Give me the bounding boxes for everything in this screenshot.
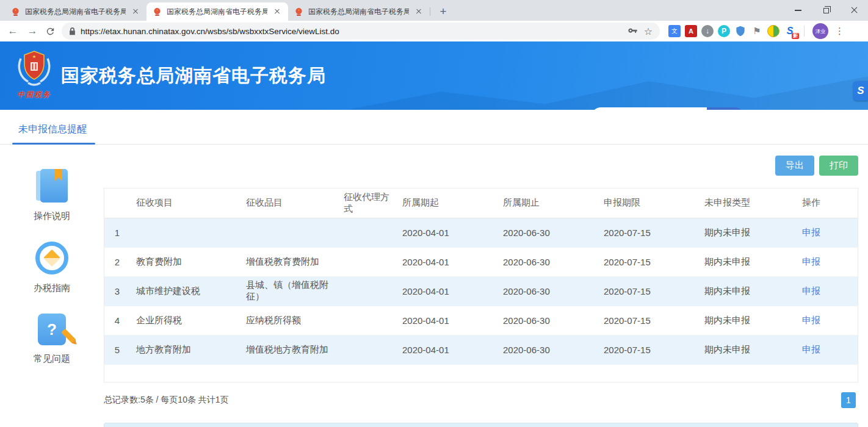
export-button[interactable]: 导出 bbox=[775, 156, 814, 176]
url-text: https://etax.hunan.chinatax.gov.cn/wsbs/… bbox=[81, 27, 623, 36]
row-number: 1 bbox=[104, 218, 130, 247]
tab-title: 国家税务总局湖南省电子税务局 bbox=[167, 7, 267, 17]
undeclared-table: 征收项目 征收品目 征收代理方式 所属期起 所属期止 申报期限 未申报类型 操作… bbox=[104, 188, 858, 365]
cell-levy-item: 企业所得税 bbox=[130, 306, 240, 335]
cell-levy-category: 县城、镇（增值税附征） bbox=[240, 276, 338, 306]
browser-tab-2-active[interactable]: 国家税务总局湖南省电子税务局 bbox=[146, 2, 288, 21]
s-extension-icon[interactable]: S新 bbox=[784, 25, 796, 37]
browser-tab-bar: 国家税务总局湖南省电子税务局 国家税务总局湖南省电子税务局 国家税务总局湖南省电… bbox=[0, 0, 868, 21]
col-levy-item: 征收项目 bbox=[130, 188, 240, 218]
cell-deadline: 2020-07-15 bbox=[598, 335, 698, 364]
table-row: 3 城市维护建设税 县城、镇（增值税附征） 2020-04-01 2020-06… bbox=[104, 276, 858, 306]
extensions-row: 文 A ↓ P ⚑ S新 泽业 ⋮ bbox=[668, 23, 844, 39]
cell-period-start: 2020-04-01 bbox=[396, 247, 497, 276]
tab-close-icon[interactable] bbox=[414, 7, 424, 16]
browser-tab-1[interactable]: 国家税务总局湖南省电子税务局 bbox=[5, 2, 146, 21]
tax-favicon bbox=[294, 7, 303, 16]
declare-link[interactable]: 申报 bbox=[802, 344, 820, 354]
profile-avatar[interactable]: 泽业 bbox=[812, 23, 828, 39]
browser-tab-3[interactable]: 国家税务总局湖南省电子税务局 bbox=[288, 2, 430, 21]
omnibox-actions: ☆ bbox=[627, 26, 653, 37]
cell-period-end: 2020-06-30 bbox=[497, 276, 598, 306]
site-header: 中国税务 国家税务总局湖南省电子税务局 搜索 欢迎，杨泽业 | 退出 S bbox=[0, 41, 868, 110]
cell-levy-item: 教育费附加 bbox=[130, 247, 240, 276]
page-1-button[interactable]: 1 bbox=[841, 392, 856, 408]
tab-title: 国家税务总局湖南省电子税务局 bbox=[25, 7, 126, 17]
forward-button[interactable]: → bbox=[26, 25, 39, 37]
toolbar: 导出 打印 bbox=[104, 156, 858, 176]
question-icon: ? bbox=[38, 314, 66, 345]
col-period-end: 所属期止 bbox=[497, 188, 598, 218]
cell-undeclared-type: 期内未申报 bbox=[698, 218, 796, 247]
cell-levy-item: 地方教育附加 bbox=[130, 335, 240, 364]
cell-period-end: 2020-06-30 bbox=[497, 335, 598, 364]
browser-address-bar: ← → https://etax.hunan.chinatax.gov.cn/w… bbox=[0, 21, 868, 41]
tax-bureau-logo: 中国税务 bbox=[13, 46, 55, 100]
sidebar-item-label: 操作说明 bbox=[34, 210, 70, 222]
key-icon[interactable] bbox=[627, 26, 638, 37]
declare-link[interactable]: 申报 bbox=[802, 227, 820, 237]
tab-close-icon[interactable] bbox=[272, 7, 282, 16]
new-badge: 新 bbox=[792, 33, 799, 39]
sidebar-item-label: 常见问题 bbox=[34, 353, 70, 365]
floating-extension-badge[interactable]: S bbox=[853, 81, 868, 101]
back-button[interactable]: ← bbox=[6, 25, 20, 37]
cell-undeclared-type: 期内未申报 bbox=[698, 247, 796, 276]
new-tab-button[interactable]: + bbox=[435, 3, 452, 20]
col-undeclared-type: 未申报类型 bbox=[698, 188, 796, 218]
tab-close-icon[interactable] bbox=[131, 7, 140, 16]
cell-levy-item bbox=[130, 218, 240, 247]
bookmark-star-icon[interactable]: ☆ bbox=[644, 26, 653, 37]
cell-undeclared-type: 期内未申报 bbox=[698, 335, 796, 364]
col-levy-category: 征收品目 bbox=[240, 188, 338, 218]
minimize-button[interactable] bbox=[784, 0, 812, 21]
declare-link[interactable]: 申报 bbox=[802, 315, 820, 325]
cell-action: 申报 bbox=[796, 335, 858, 364]
cell-period-start: 2020-04-01 bbox=[396, 335, 497, 364]
tax-favicon bbox=[153, 7, 162, 16]
cell-agency-mode bbox=[338, 335, 396, 364]
cell-undeclared-type: 期内未申报 bbox=[698, 276, 796, 306]
col-action: 操作 bbox=[796, 188, 858, 218]
translate-icon[interactable]: 文 bbox=[668, 25, 681, 37]
reload-button[interactable] bbox=[45, 26, 56, 37]
cell-action: 申报 bbox=[796, 218, 858, 247]
sidebar-item-label: 办税指南 bbox=[34, 282, 70, 294]
sidebar-item-tax-guide[interactable]: 办税指南 bbox=[34, 242, 70, 294]
declare-link[interactable]: 申报 bbox=[802, 285, 820, 296]
url-field[interactable]: https://etax.hunan.chinatax.gov.cn/wsbs/… bbox=[62, 23, 660, 40]
pdf-icon[interactable]: A bbox=[685, 25, 697, 37]
declare-link[interactable]: 申报 bbox=[802, 256, 820, 267]
p-extension-icon[interactable]: P bbox=[718, 25, 730, 37]
green-extension-icon[interactable] bbox=[767, 25, 779, 37]
table-row: 4 企业所得税 应纳税所得额 2020-04-01 2020-06-30 202… bbox=[104, 306, 858, 335]
page-tabs: 未申报信息提醒 bbox=[0, 110, 868, 145]
download-icon[interactable]: ↓ bbox=[701, 25, 714, 37]
sidebar-item-instructions[interactable]: 操作说明 bbox=[34, 169, 70, 222]
col-index bbox=[104, 188, 130, 218]
cell-deadline: 2020-07-15 bbox=[598, 276, 698, 306]
flag-icon[interactable]: ⚑ bbox=[751, 25, 763, 37]
col-agency-mode: 征收代理方式 bbox=[338, 188, 396, 218]
print-button[interactable]: 打印 bbox=[819, 156, 858, 176]
browser-menu-icon[interactable]: ⋮ bbox=[835, 26, 844, 37]
cell-period-end: 2020-06-30 bbox=[497, 306, 598, 335]
sidebar-item-faq[interactable]: ? 常见问题 bbox=[34, 314, 70, 365]
col-deadline: 申报期限 bbox=[598, 188, 698, 218]
cell-deadline: 2020-07-15 bbox=[598, 218, 698, 247]
minimize-icon bbox=[795, 10, 801, 10]
search-button[interactable]: 搜索 bbox=[707, 107, 745, 110]
shield-icon[interactable] bbox=[734, 25, 747, 37]
restore-button[interactable] bbox=[812, 0, 840, 21]
tab-title: 国家税务总局湖南省电子税务局 bbox=[308, 7, 409, 17]
tab-undeclared-info[interactable]: 未申报信息提醒 bbox=[18, 123, 87, 136]
col-period-start: 所属期起 bbox=[396, 188, 497, 218]
tax-favicon bbox=[11, 7, 20, 16]
page-content: 操作说明 办税指南 ? 常见问题 导出 打印 bbox=[0, 145, 868, 427]
row-number: 2 bbox=[104, 247, 130, 276]
cell-levy-category: 增值税教育费附加 bbox=[240, 247, 338, 276]
close-button[interactable] bbox=[840, 0, 868, 21]
search-input[interactable] bbox=[591, 107, 707, 110]
cell-undeclared-type: 期内未申报 bbox=[698, 306, 796, 335]
logo-caption: 中国税务 bbox=[13, 90, 55, 100]
